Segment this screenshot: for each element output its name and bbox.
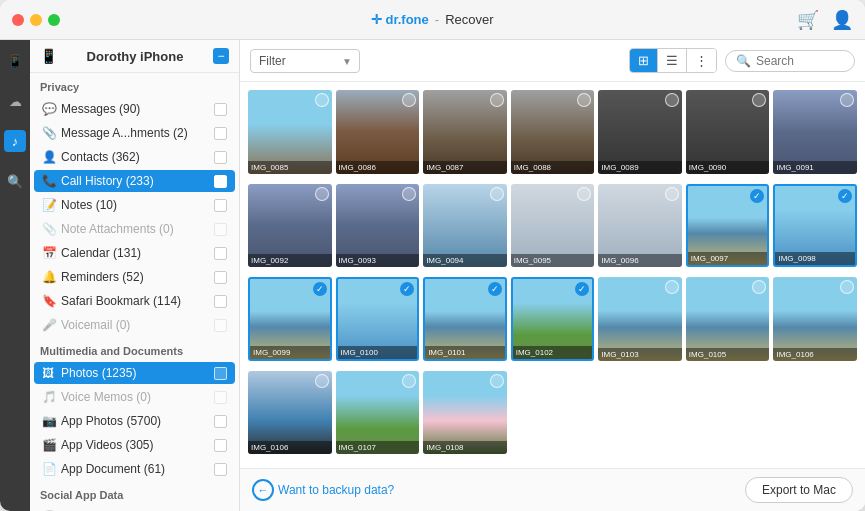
photo-item[interactable]: IMG_0108 [423, 371, 507, 455]
sidebar-item-app-photos-label: App Photos (5700) [61, 414, 214, 428]
photo-item[interactable]: IMG_0091 [773, 90, 857, 174]
cart-icon[interactable]: 🛒 [797, 9, 819, 31]
app-title: ✛ dr.fone - Recover [371, 12, 493, 27]
user-icon[interactable]: 👤 [831, 9, 853, 31]
list-view-button[interactable]: ☰ [658, 49, 687, 72]
photo-item[interactable]: IMG_0095 [511, 184, 595, 268]
photo-item[interactable]: IMG_0106 [248, 371, 332, 455]
photo-label: IMG_0086 [336, 161, 420, 174]
photo-item-selected[interactable]: ✓ IMG_0097 [686, 184, 770, 268]
photo-item[interactable]: IMG_0088 [511, 90, 595, 174]
calendar-checkbox[interactable] [214, 247, 227, 260]
safari-checkbox[interactable] [214, 295, 227, 308]
sidebar-item-voicemail-label: Voicemail (0) [61, 318, 214, 332]
photo-item[interactable]: IMG_0085 [248, 90, 332, 174]
photo-label: IMG_0105 [686, 348, 770, 361]
sidebar-item-voice-memos[interactable]: 🎵 Voice Memos (0) [34, 386, 235, 408]
photo-item[interactable]: IMG_0086 [336, 90, 420, 174]
side-nav-phone[interactable]: 📱 [4, 50, 26, 72]
reminders-checkbox[interactable] [214, 271, 227, 284]
sidebar-item-voice-memos-label: Voice Memos (0) [61, 390, 214, 404]
photo-uncheck [665, 280, 679, 294]
photo-label: IMG_0098 [775, 252, 855, 265]
photo-item[interactable]: IMG_0107 [336, 371, 420, 455]
maximize-button[interactable] [48, 14, 60, 26]
sidebar-item-safari[interactable]: 🔖 Safari Bookmark (114) [34, 290, 235, 312]
sidebar-item-reminders[interactable]: 🔔 Reminders (52) [34, 266, 235, 288]
sidebar-item-voicemail[interactable]: 🎤 Voicemail (0) [34, 314, 235, 336]
photo-item[interactable]: IMG_0087 [423, 90, 507, 174]
photo-item[interactable]: IMG_0096 [598, 184, 682, 268]
voicemail-checkbox[interactable] [214, 319, 227, 332]
sidebar-item-app-photos[interactable]: 📷 App Photos (5700) [34, 410, 235, 432]
photo-item[interactable]: IMG_0105 [686, 277, 770, 361]
search-box: 🔍 [725, 50, 855, 72]
notes-checkbox[interactable] [214, 199, 227, 212]
photo-item[interactable]: IMG_0089 [598, 90, 682, 174]
photo-item[interactable]: IMG_0092 [248, 184, 332, 268]
photo-label: IMG_0100 [338, 346, 418, 359]
photo-label: IMG_0088 [511, 161, 595, 174]
search-input[interactable] [756, 54, 846, 68]
photo-label: IMG_0090 [686, 161, 770, 174]
export-to-mac-button[interactable]: Export to Mac [745, 477, 853, 503]
photo-item-selected[interactable]: ✓ IMG_0099 [248, 277, 332, 361]
photos-checkbox[interactable] [214, 367, 227, 380]
search-icon: 🔍 [736, 54, 751, 68]
close-button[interactable] [12, 14, 24, 26]
voicemail-icon: 🎤 [42, 318, 56, 332]
app-photos-checkbox[interactable] [214, 415, 227, 428]
sidebar-item-note-attachments[interactable]: 📎 Note Attachments (0) [34, 218, 235, 240]
photo-item[interactable]: IMG_0094 [423, 184, 507, 268]
sidebar-collapse-button[interactable]: − [213, 48, 229, 64]
sidebar-item-contacts[interactable]: 👤 Contacts (362) [34, 146, 235, 168]
side-nav-backup[interactable]: ☁ [4, 90, 26, 112]
sidebar-item-message-attachments[interactable]: 📎 Message A...hments (2) [34, 122, 235, 144]
grid-view-button[interactable]: ⊞ [630, 49, 658, 72]
photo-uncheck [840, 280, 854, 294]
photo-check: ✓ [838, 189, 852, 203]
sidebar-item-notes[interactable]: 📝 Notes (10) [34, 194, 235, 216]
voice-memos-checkbox[interactable] [214, 391, 227, 404]
msg-attachments-checkbox[interactable] [214, 127, 227, 140]
photos-icon: 🖼 [42, 366, 56, 380]
app-videos-checkbox[interactable] [214, 439, 227, 452]
photo-item[interactable]: IMG_0090 [686, 90, 770, 174]
sidebar-item-msg-attach-label: Message A...hments (2) [61, 126, 214, 140]
contacts-checkbox[interactable] [214, 151, 227, 164]
call-history-checkbox[interactable] [214, 175, 227, 188]
minimize-button[interactable] [30, 14, 42, 26]
app-document-checkbox[interactable] [214, 463, 227, 476]
photo-item-selected[interactable]: ✓ IMG_0100 [336, 277, 420, 361]
photo-uncheck [577, 93, 591, 107]
filter-select[interactable]: Filter [250, 49, 360, 73]
note-attach-checkbox[interactable] [214, 223, 227, 236]
side-nav-recover[interactable]: ♪ [4, 130, 26, 152]
view-toggle-group: ⊞ ☰ ⋮ [629, 48, 717, 73]
photo-item[interactable]: IMG_0093 [336, 184, 420, 268]
sidebar-item-calendar[interactable]: 📅 Calendar (131) [34, 242, 235, 264]
sidebar-item-app-videos[interactable]: 🎬 App Videos (305) [34, 434, 235, 456]
backup-link[interactable]: Want to backup data? [278, 483, 394, 497]
photo-uncheck [402, 187, 416, 201]
sidebar-item-safari-label: Safari Bookmark (114) [61, 294, 214, 308]
sidebar-header: 📱 Dorothy iPhone − [30, 40, 239, 73]
sidebar-item-call-history[interactable]: 📞 Call History (233) [34, 170, 235, 192]
photo-item-selected[interactable]: ✓ IMG_0098 [773, 184, 857, 268]
side-nav-search[interactable]: 🔍 [4, 170, 26, 192]
sidebar-item-whatsapp[interactable]: 💬 WhatsApp (0) [34, 506, 235, 511]
photo-item-selected[interactable]: ✓ IMG_0102 [511, 277, 595, 361]
sidebar-item-messages[interactable]: 💬 Messages (90) [34, 98, 235, 120]
back-button[interactable]: ← [252, 479, 274, 501]
photo-uncheck [490, 187, 504, 201]
sidebar-item-photos[interactable]: 🖼 Photos (1235) [34, 362, 235, 384]
photo-label: IMG_0093 [336, 254, 420, 267]
photo-item-selected[interactable]: ✓ IMG_0101 [423, 277, 507, 361]
column-view-button[interactable]: ⋮ [687, 49, 716, 72]
photo-label: IMG_0107 [336, 441, 420, 454]
sidebar-item-app-document[interactable]: 📄 App Document (61) [34, 458, 235, 480]
photo-item[interactable]: IMG_0103 [598, 277, 682, 361]
photo-uncheck [490, 93, 504, 107]
photo-item[interactable]: IMG_0106 [773, 277, 857, 361]
messages-checkbox[interactable] [214, 103, 227, 116]
